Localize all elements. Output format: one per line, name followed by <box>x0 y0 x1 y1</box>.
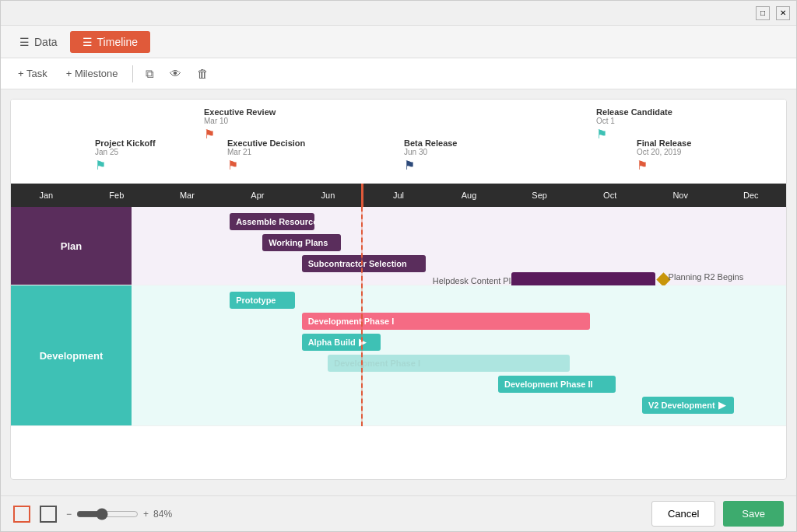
copy-button[interactable]: ⧉ <box>139 64 160 84</box>
bar-dev-phase-1-ghost[interactable]: Development Phase I <box>328 355 570 372</box>
milestone-date: Mar 10 <box>204 117 276 125</box>
status-left: − + 84% <box>13 506 172 523</box>
helpdesk-label: Helpdesk Content Plan <box>433 276 521 285</box>
zoom-plus: + <box>143 509 149 520</box>
tab-data-label: Data <box>34 36 58 48</box>
plan-row: Plan Assemble Resources Working Plans <box>11 207 786 285</box>
window-controls: □ ✕ <box>756 6 790 20</box>
month-sep: Sep <box>504 191 575 200</box>
minimize-button[interactable]: □ <box>756 6 770 20</box>
trash-icon: 🗑 <box>197 67 209 80</box>
milestone-label: Executive Decision <box>227 138 305 148</box>
milestone-label: Release Candidate <box>596 107 672 117</box>
month-feb: Feb <box>82 191 153 200</box>
bar-label: Alpha Build <box>308 338 356 347</box>
flag-icon: ⚑ <box>404 158 458 173</box>
bar-assemble-resources[interactable]: Assemble Resources <box>230 213 314 230</box>
flag-icon: ⚑ <box>95 158 156 173</box>
title-bar: □ ✕ <box>1 1 796 26</box>
zoom-slider[interactable] <box>76 508 139 520</box>
month-jul: Jul <box>363 191 434 200</box>
month-jan: Jan <box>11 191 82 200</box>
milestone-date: Oct 20, 2019 <box>637 148 691 156</box>
plan-row-label: Plan <box>11 207 132 285</box>
bar-dev-phase-1[interactable]: Development Phase I <box>302 313 590 330</box>
planning-r2-label: Planning R2 Begins <box>669 272 744 282</box>
bar-label: Subcontractor Selection <box>308 259 407 268</box>
task-label: + Task <box>18 68 47 79</box>
development-label-text: Development <box>40 350 104 362</box>
close-button[interactable]: ✕ <box>776 6 790 20</box>
status-right: Cancel Save <box>651 501 784 527</box>
month-nov: Nov <box>645 191 716 200</box>
visibility-button[interactable]: 👁 <box>163 64 188 83</box>
month-apr: Apr <box>223 191 293 200</box>
bar-prototype[interactable]: Prototype <box>230 292 295 309</box>
app-window: □ ✕ ☰ Data ☰ Timeline + Task + Milestone… <box>0 0 797 532</box>
month-jun: Jun <box>293 191 363 200</box>
plan-row-bars: Assemble Resources Working Plans Subcont… <box>132 207 786 285</box>
selection-tool-button[interactable] <box>13 506 30 523</box>
milestone-final-release: Final Release Oct 20, 2019 ⚑ <box>637 138 691 173</box>
bar-label: Prototype <box>236 296 276 305</box>
month-mar: Mar <box>152 191 223 200</box>
zoom-minus: − <box>66 509 72 520</box>
tab-timeline-label: Timeline <box>97 36 138 48</box>
milestone-date: Jun 30 <box>404 148 458 156</box>
zoom-container: − + 84% <box>66 508 172 520</box>
bar-label: Development Phase I <box>308 317 395 326</box>
milestone-label: Beta Release <box>404 138 458 148</box>
today-indicator <box>361 184 363 207</box>
development-row-bars: Prototype Development Phase I Alpha Buil… <box>132 285 786 425</box>
milestone-exec-decision: Executive Decision Mar 21 ⚑ <box>227 138 305 173</box>
bar-label: Working Plans <box>269 238 328 247</box>
milestone-release-candidate: Release Candidate Oct 1 ⚑ <box>596 107 672 142</box>
toolbar: + Task + Milestone ⧉ 👁 🗑 <box>1 58 796 89</box>
bar-v2-development[interactable]: V2 Development ▶ <box>642 397 734 414</box>
today-line <box>361 207 363 426</box>
milestone-date: Jan 25 <box>95 148 156 156</box>
save-label: Save <box>742 508 765 520</box>
bar-label: Development Phase II <box>504 380 593 389</box>
zoom-percent: 84% <box>153 509 172 520</box>
flag-icon: ⚑ <box>637 158 691 173</box>
toolbar-separator <box>132 65 133 82</box>
data-icon: ☰ <box>19 36 30 48</box>
milestone-label: Project Kickoff <box>95 138 156 148</box>
bar-label: Assemble Resources <box>236 217 314 226</box>
milestone-label: + Milestone <box>66 68 118 79</box>
content-area: Project Kickoff Jan 25 ⚑ Executive Revie… <box>1 89 796 495</box>
milestones-area: Project Kickoff Jan 25 ⚑ Executive Revie… <box>11 100 786 184</box>
fit-button[interactable] <box>40 506 57 523</box>
month-aug: Aug <box>434 191 504 200</box>
milestone-date: Oct 1 <box>596 117 672 125</box>
bar-subcontractor-selection[interactable]: Subcontractor Selection <box>302 255 427 272</box>
flag-icon: ⚑ <box>227 158 305 173</box>
milestone-label: Executive Review <box>204 107 276 117</box>
month-oct: Oct <box>574 191 645 200</box>
timeline-header: Jan Feb Mar Apr Jun Jul Aug Sep Oct Nov … <box>11 184 786 207</box>
development-row: Development Prototype Development Phase … <box>11 285 786 426</box>
eye-icon: 👁 <box>170 67 181 80</box>
add-task-button[interactable]: + Task <box>10 65 55 82</box>
tab-data[interactable]: ☰ Data <box>7 31 70 53</box>
cancel-button[interactable]: Cancel <box>651 501 715 527</box>
gantt-body: Plan Assemble Resources Working Plans <box>11 207 786 426</box>
milestone-date: Mar 21 <box>227 148 305 156</box>
bar-alpha-build[interactable]: Alpha Build ▶ <box>302 334 381 351</box>
month-dec: Dec <box>715 191 786 200</box>
tab-timeline[interactable]: ☰ Timeline <box>70 31 150 53</box>
tab-bar: ☰ Data ☰ Timeline <box>1 26 796 58</box>
milestone-project-kickoff: Project Kickoff Jan 25 ⚑ <box>95 138 156 173</box>
copy-icon: ⧉ <box>146 67 154 80</box>
cancel-label: Cancel <box>668 508 699 520</box>
milestone-label: Final Release <box>637 138 691 148</box>
plan-label-text: Plan <box>61 240 82 252</box>
add-milestone-button[interactable]: + Milestone <box>58 65 126 82</box>
bar-dev-phase-2[interactable]: Development Phase II <box>498 376 616 393</box>
save-button[interactable]: Save <box>723 501 784 527</box>
bar-working-plans[interactable]: Working Plans <box>262 234 341 251</box>
delete-button[interactable]: 🗑 <box>191 64 215 83</box>
bar-label: V2 Development <box>648 401 715 410</box>
arrow-icon: ▶ <box>718 400 725 411</box>
